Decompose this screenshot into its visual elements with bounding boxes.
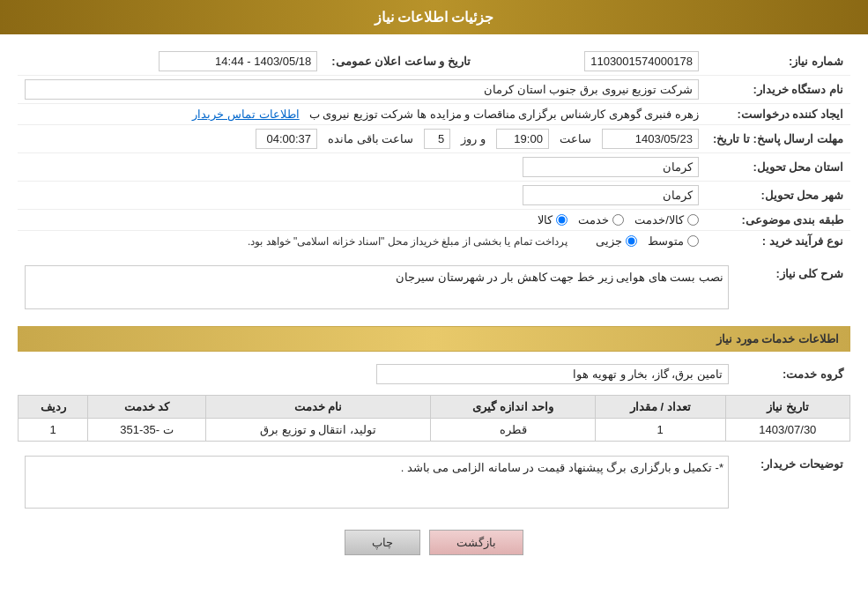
- content-area: شماره نیاز: 1103001574000178 تاریخ و ساع…: [0, 34, 868, 568]
- cell-tedad: 1: [595, 419, 725, 442]
- buttons-row: بازگشت چاپ: [18, 530, 850, 555]
- row-group: گروه خدمت: تامین برق، گاز، بخار و تهویه …: [18, 360, 850, 388]
- header-title: جزئیات اطلاعات نیاز: [375, 10, 494, 25]
- row-ijad: ایجاد کننده درخواست: زهره فنبری گوهری کا…: [18, 104, 850, 125]
- rooz-label: و روز: [461, 132, 486, 145]
- sharh-field: نصب بست های هوایی زیر خط جهت کاهش بار در…: [25, 265, 729, 309]
- radio-kala-khedmat[interactable]: کالا/خدمت: [634, 213, 699, 227]
- cell-radif: 1: [19, 419, 88, 442]
- back-button[interactable]: بازگشت: [429, 530, 523, 555]
- radio-jozei-label: جزیی: [596, 234, 622, 248]
- radio-khedmat-label: خدمت: [578, 213, 609, 227]
- namdastgah-label: نام دستگاه خریدار:: [706, 76, 850, 104]
- saat-label: ساعت: [560, 132, 591, 145]
- shomare-value: 1103001574000178: [478, 48, 706, 76]
- announce-value: 1403/05/18 - 14:44: [18, 48, 324, 76]
- col-kod: کد خدمت: [88, 396, 205, 419]
- radio-khedmat[interactable]: خدمت: [578, 213, 624, 227]
- row-ostan: استان محل تحویل: کرمان: [18, 153, 850, 182]
- col-radif: ردیف: [19, 396, 88, 419]
- baqi-label: ساعت باقی مانده: [328, 132, 413, 145]
- cell-vahed: قطره: [431, 419, 595, 442]
- tavzihat-label: توضیحات خریدار:: [736, 452, 850, 512]
- row-mohlat: مهلت ارسال پاسخ: تا تاریخ: 1403/05/23 سا…: [18, 125, 850, 153]
- print-button[interactable]: چاپ: [345, 530, 420, 555]
- mohlat-value: 1403/05/23 ساعت 19:00 و روز 5 ساعت باقی …: [18, 125, 706, 153]
- radio-kala-khedmat-label: کالا/خدمت: [634, 213, 684, 227]
- sharh-label: شرح کلی نیاز:: [736, 262, 850, 313]
- ostan-value: کرمان: [18, 153, 706, 182]
- ostan-field: کرمان: [523, 157, 699, 177]
- date-row: 1403/05/23 ساعت 19:00 و روز 5 ساعت باقی …: [25, 129, 699, 149]
- shomare-field: 1103001574000178: [584, 51, 699, 71]
- group-value: تامین برق، گاز، بخار و تهویه هوا: [18, 360, 736, 388]
- noe-description: پرداخت تمام یا بخشی از مبلغ خریداز محل "…: [248, 235, 568, 248]
- page-header: جزئیات اطلاعات نیاز: [0, 0, 868, 34]
- tabaqeh-radio-group: کالا/خدمت خدمت کالا: [25, 213, 699, 227]
- tavzihat-field: *- تکمیل و بارگزاری برگ پیشنهاد قیمت در …: [25, 456, 729, 509]
- radio-motovaset-label: متوسط: [648, 234, 684, 248]
- announce-field: 1403/05/18 - 14:44: [159, 51, 317, 71]
- sharh-table: شرح کلی نیاز: نصب بست های هوایی زیر خط ج…: [18, 262, 850, 313]
- tabaqeh-value: کالا/خدمت خدمت کالا: [18, 210, 706, 231]
- ijad-label: ایجاد کننده درخواست:: [706, 104, 850, 125]
- shahr-label: شهر محل تحویل:: [706, 182, 850, 210]
- radio-motovaset[interactable]: متوسط: [648, 234, 699, 248]
- cell-kod: ت -35-351: [88, 419, 205, 442]
- row-tabaqeh: طبقه بندی موضوعی: کالا/خدمت خدمت: [18, 210, 850, 231]
- announce-label: تاریخ و ساعت اعلان عمومی:: [324, 48, 478, 76]
- baqi-field: 04:00:37: [256, 129, 317, 149]
- page-wrapper: جزئیات اطلاعات نیاز شماره نیاز: 11030015…: [0, 0, 868, 609]
- shahr-field: کرمان: [523, 185, 699, 205]
- col-tarikh: تاریخ نیاز: [725, 396, 849, 419]
- radio-kala-input[interactable]: [556, 214, 568, 226]
- date1-field: 1403/05/23: [602, 129, 699, 149]
- radio-khedmat-input[interactable]: [612, 214, 624, 226]
- group-khedmat-table: گروه خدمت: تامین برق، گاز، بخار و تهویه …: [18, 360, 850, 388]
- ijad-text: زهره فنبری گوهری کارشناس برگزاری مناقصات…: [309, 108, 699, 121]
- shahr-value: کرمان: [18, 182, 706, 210]
- row-shomare: شماره نیاز: 1103001574000178 تاریخ و ساع…: [18, 48, 850, 76]
- tavzihat-table: توضیحات خریدار: *- تکمیل و بارگزاری برگ …: [18, 452, 850, 512]
- namdastgah-value: شرکت توزیع نیروی برق جنوب استان کرمان: [18, 76, 706, 104]
- radio-kala[interactable]: کالا: [538, 213, 568, 227]
- cell-tarikh: 1403/07/30: [725, 419, 849, 442]
- radio-kala-khedmat-input[interactable]: [687, 214, 699, 226]
- saat1-field: 19:00: [496, 129, 549, 149]
- row-tavzihat: توضیحات خریدار: *- تکمیل و بارگزاری برگ …: [18, 452, 850, 512]
- cell-name: تولید، انتقال و توزیع برق: [205, 419, 431, 442]
- main-info-table: شماره نیاز: 1103001574000178 تاریخ و ساع…: [18, 48, 850, 251]
- noe-label: نوع فرآیند خرید :: [706, 231, 850, 252]
- row-namdastgah: نام دستگاه خریدار: شرکت توزیع نیروی برق …: [18, 76, 850, 104]
- services-header-row: تاریخ نیاز تعداد / مقدار واحد اندازه گیر…: [19, 396, 850, 419]
- noe-radio-group: متوسط جزیی پرداخت تمام یا بخشی از مبلغ خ…: [25, 234, 699, 248]
- rooz-field: 5: [424, 129, 450, 149]
- row-shahr: شهر محل تحویل: کرمان: [18, 182, 850, 210]
- ostan-label: استان محل تحویل:: [706, 153, 850, 182]
- ijad-value: زهره فنبری گوهری کارشناس برگزاری مناقصات…: [18, 104, 706, 125]
- group-label: گروه خدمت:: [736, 360, 850, 388]
- mohlat-label: مهلت ارسال پاسخ: تا تاریخ:: [706, 125, 850, 153]
- col-name: نام خدمت: [205, 396, 431, 419]
- radio-jozei[interactable]: جزیی: [596, 234, 637, 248]
- radio-kala-label: کالا: [538, 213, 553, 227]
- namdastgah-field: شرکت توزیع نیروی برق جنوب استان کرمان: [25, 79, 699, 100]
- row-noe: نوع فرآیند خرید : متوسط جزیی پرداخت: [18, 231, 850, 252]
- contact-link[interactable]: اطلاعات تماس خریدار: [192, 108, 299, 121]
- col-vahed: واحد اندازه گیری: [431, 396, 595, 419]
- group-field: تامین برق، گاز، بخار و تهویه هوا: [376, 364, 729, 384]
- radio-motovaset-input[interactable]: [687, 235, 699, 247]
- radio-jozei-input[interactable]: [626, 235, 637, 247]
- section2-title: اطلاعات خدمات مورد نیاز: [18, 326, 850, 352]
- sharh-value: نصب بست های هوایی زیر خط جهت کاهش بار در…: [18, 262, 736, 313]
- table-row: 1403/07/301قطرهتولید، انتقال و توزیع برق…: [19, 419, 850, 442]
- tavzihat-value: *- تکمیل و بارگزاری برگ پیشنهاد قیمت در …: [18, 452, 736, 512]
- services-table: تاریخ نیاز تعداد / مقدار واحد اندازه گیر…: [18, 395, 850, 442]
- row-sharh: شرح کلی نیاز: نصب بست های هوایی زیر خط ج…: [18, 262, 850, 313]
- noe-value: متوسط جزیی پرداخت تمام یا بخشی از مبلغ خ…: [18, 231, 706, 252]
- col-tedad: تعداد / مقدار: [595, 396, 725, 419]
- tabaqeh-label: طبقه بندی موضوعی:: [706, 210, 850, 231]
- shomare-label: شماره نیاز:: [706, 48, 850, 76]
